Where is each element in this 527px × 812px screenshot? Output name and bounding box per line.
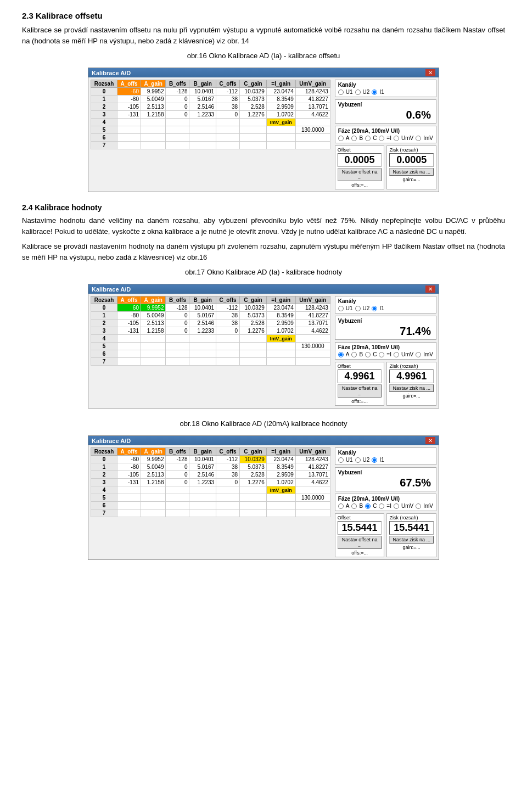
cell-val: -80 bbox=[117, 312, 141, 320]
offset-eq-3: offs:=... bbox=[338, 550, 382, 556]
cell-val: 128.4243 bbox=[295, 456, 330, 463]
radio-umv-3[interactable] bbox=[394, 503, 399, 509]
win-close-1[interactable]: ✕ bbox=[425, 69, 435, 76]
table-row: 5130.0000 bbox=[91, 126, 330, 134]
offset-btn-2[interactable]: Nastav offset na ... bbox=[338, 384, 382, 397]
radio-eqi-3[interactable] bbox=[379, 503, 384, 509]
radio-u1-2[interactable] bbox=[338, 306, 344, 311]
cell-val: 2.528 bbox=[240, 471, 267, 479]
radio-b-1[interactable] bbox=[351, 136, 357, 141]
table-row: 7 bbox=[91, 142, 330, 149]
radio-umv-2[interactable] bbox=[394, 352, 399, 357]
radio-a-1[interactable] bbox=[338, 136, 344, 141]
col-again-3: A_gain bbox=[141, 448, 165, 456]
radio-c-2[interactable] bbox=[365, 352, 371, 357]
section-23: 2.3 Kalibrace offsetu Kalibrace se prová… bbox=[22, 11, 505, 192]
kanaly-radios-2: U1 U2 I1 bbox=[338, 305, 433, 311]
offset-gain-row-3: Offset 15.5441 Nastav offset na ... offs… bbox=[335, 513, 436, 557]
radio-imv-3[interactable] bbox=[416, 503, 421, 509]
radio-i1-3[interactable] bbox=[372, 457, 377, 463]
radio-b-3[interactable] bbox=[351, 503, 357, 509]
window-3: Kalibrace A/D ✕ Rozsah A_offs A_gain B_o… bbox=[88, 435, 439, 560]
offset-btn-3[interactable]: Nastav offset na ... bbox=[338, 536, 382, 549]
table-row: 6 bbox=[91, 502, 330, 509]
radio-u2-1[interactable] bbox=[355, 89, 361, 95]
col-again-2: A_gain bbox=[141, 296, 165, 304]
cell-val: 0 bbox=[166, 111, 189, 119]
caption-16: obr.16 Okno Kalibrace AD (Ia) - kalibrac… bbox=[22, 52, 505, 60]
offset-btn-1[interactable]: Nastav offset na ... bbox=[338, 168, 382, 181]
window-1-container: Kalibrace A/D ✕ Rozsah A_offs A_gain B_o… bbox=[22, 68, 505, 192]
radio-b-2[interactable] bbox=[351, 352, 357, 357]
kanaly-panel-2: Kanály U1 U2 I1 bbox=[335, 296, 436, 313]
row-num: 3 bbox=[91, 111, 117, 119]
radio-i1-1[interactable] bbox=[372, 89, 377, 95]
gain-value-2: 4.9961 bbox=[389, 369, 434, 383]
table-row: 1-805.004905.0167385.03738.354941.8227 bbox=[91, 96, 330, 103]
val-130-cell: 130.0000 bbox=[295, 343, 330, 350]
gain-value-3: 15.5441 bbox=[389, 521, 434, 535]
win-body-3: Rozsah A_offs A_gain B_offs B_gain C_off… bbox=[88, 445, 439, 559]
win-body-1: Rozsah A_offs A_gain B_offs B_gain C_off… bbox=[88, 77, 439, 192]
radio-u2-3[interactable] bbox=[355, 457, 361, 463]
cell-val: -128 bbox=[166, 456, 189, 463]
val-130-cell: 130.0000 bbox=[295, 494, 330, 502]
radio-imv-2[interactable] bbox=[416, 352, 421, 357]
radio-c-3[interactable] bbox=[365, 503, 371, 509]
table-row: 5130.0000 bbox=[91, 343, 330, 350]
imv-gain-cell: ImV_gain bbox=[266, 119, 295, 126]
cell-val: 128.4243 bbox=[295, 88, 330, 96]
cell-val: 2.5146 bbox=[189, 103, 216, 111]
cell-val: 8.3549 bbox=[266, 463, 295, 471]
radio-a-2[interactable] bbox=[338, 352, 344, 357]
radio-u2-2[interactable] bbox=[355, 306, 361, 311]
radio-eqi-1[interactable] bbox=[379, 136, 384, 141]
gain-btn-1[interactable]: Nastav zisk na ... bbox=[389, 168, 434, 176]
cell-val: 8.3549 bbox=[266, 312, 295, 320]
offset-box-2: Offset 4.9961 Nastav offset na ... offs:… bbox=[335, 362, 385, 406]
gain-btn-2[interactable]: Nastav zisk na ... bbox=[389, 384, 434, 392]
row-num: 1 bbox=[91, 96, 117, 103]
cell-val: -105 bbox=[117, 103, 141, 111]
radio-c-1[interactable] bbox=[365, 136, 371, 141]
row-num: 4 bbox=[91, 486, 117, 494]
table-row: 3-1311.215801.223301.22761.07024.4622 bbox=[91, 479, 330, 486]
cell-val: 2.9509 bbox=[266, 320, 295, 327]
table-row: 1-805.004905.0167385.03738.354941.8227 bbox=[91, 463, 330, 471]
table-row: 4ImV_gain bbox=[91, 335, 330, 343]
radio-u1-1[interactable] bbox=[338, 89, 344, 95]
win-close-2[interactable]: ✕ bbox=[425, 285, 435, 293]
col-umvgain-2: UmV_gain bbox=[295, 296, 330, 304]
cal-table-3: Rozsah A_offs A_gain B_offs B_gain C_off… bbox=[91, 447, 330, 517]
faze-radios-3: A B C =I UmV ImV bbox=[338, 503, 433, 509]
col-boffs-1: B_offs bbox=[166, 80, 189, 88]
gain-box-2: Zisk (rozsah) 4.9961 Nastav zisk na ... … bbox=[386, 362, 436, 406]
offset-eq-2: offs:=... bbox=[338, 399, 382, 404]
table-row: 4ImV_gain bbox=[91, 486, 330, 494]
table-row: 0609.9952-12810.0401-11210.032923.047412… bbox=[91, 304, 330, 312]
gain-btn-3[interactable]: Nastav zisk na ... bbox=[389, 536, 434, 544]
kanaly-radios-3: U1 U2 I1 bbox=[338, 457, 433, 463]
cell-val: 38 bbox=[216, 320, 240, 327]
radio-u1-3[interactable] bbox=[338, 457, 344, 463]
cell-val: 9.9952 bbox=[141, 456, 165, 463]
radio-i1-2[interactable] bbox=[372, 306, 377, 311]
cell-val: 4.4622 bbox=[295, 479, 330, 486]
radio-eqi-2[interactable] bbox=[379, 352, 384, 357]
para-23-1: Kalibrace se provádí nastavením offsetu … bbox=[22, 25, 505, 46]
right-panel-3: Kanály U1 U2 I1 Vybuzení 67.5% bbox=[333, 447, 436, 557]
offset-box-1: Offset 0.0005 Nastav offset na ... offs:… bbox=[335, 145, 385, 189]
win-close-3[interactable]: ✕ bbox=[425, 437, 435, 444]
vybuzeni-panel-3: Vybuzení 67.5% bbox=[335, 467, 436, 491]
col-boffs-3: B_offs bbox=[166, 448, 189, 456]
row-num: 2 bbox=[91, 471, 117, 479]
col-coffs-2: C_offs bbox=[216, 296, 240, 304]
radio-a-3[interactable] bbox=[338, 503, 344, 509]
radio-umv-1[interactable] bbox=[394, 136, 399, 141]
radio-imv-1[interactable] bbox=[416, 136, 421, 141]
col-rozsah-2: Rozsah bbox=[91, 296, 117, 304]
cell-val: 1.0702 bbox=[266, 327, 295, 335]
cell-val: 0 bbox=[166, 103, 189, 111]
win-title-2: Kalibrace A/D ✕ bbox=[88, 284, 439, 294]
faze-title-3: Fáze (20mA, 100mV U/I) bbox=[338, 496, 433, 502]
